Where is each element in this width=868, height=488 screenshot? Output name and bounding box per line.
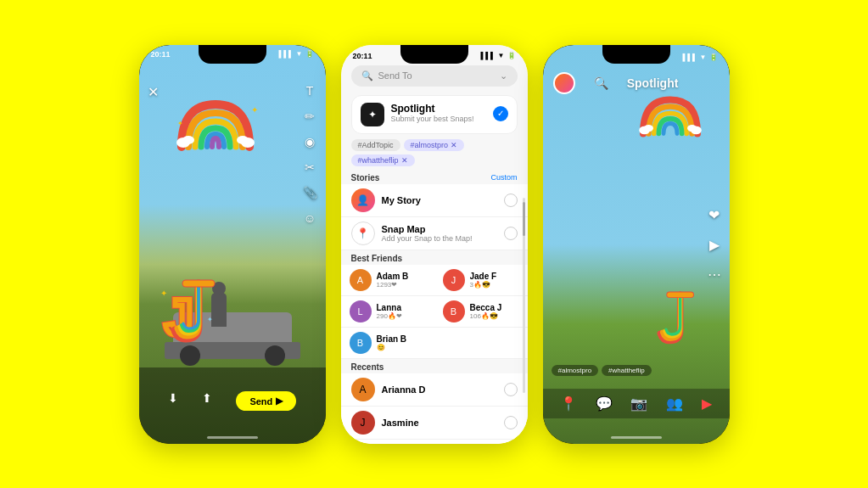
text-tool[interactable]: T xyxy=(306,84,314,98)
tags-row: #AddTopic #almostpro ✕ #whattheflip ✕ xyxy=(341,137,528,170)
recent-daniel[interactable]: D Daniel xyxy=(341,440,528,444)
recents-list: A Arianna D J Jasmine D Daniel xyxy=(341,373,528,444)
becca-avatar: B xyxy=(443,300,465,323)
phones-container: 20:11 ▌▌▌ ▼ 🔋 ✕ T ✏ ◉ ✂ 📎 ☺ xyxy=(139,45,730,444)
stories-section-header: Stories Custom xyxy=(341,170,528,184)
snap-map-icon: 📍 xyxy=(351,222,375,245)
more-icon[interactable]: ⋯ xyxy=(708,266,721,282)
phone-left: 20:11 ▌▌▌ ▼ 🔋 ✕ T ✏ ◉ ✂ 📎 ☺ xyxy=(139,45,326,444)
recent-jasmine[interactable]: J Jasmine xyxy=(341,407,528,440)
unicorn-sticker: J J ✦ ✦ xyxy=(156,275,232,355)
best-friends-header: Best Friends xyxy=(341,250,528,265)
right-side-icons: ❤ ▶ ⋯ xyxy=(708,206,721,282)
chevron-down-icon: ⌄ xyxy=(500,70,507,81)
snap-map-item[interactable]: 📍 Snap Map Add your Snap to the Map! xyxy=(341,217,528,250)
phone-center: 20:11 ▌▌▌ ▼ 🔋 🔍 Send To ⌄ ✦ xyxy=(341,45,528,444)
recent-arianna[interactable]: A Arianna D xyxy=(341,373,528,407)
scrollbar-thumb[interactable] xyxy=(523,202,525,236)
brian-avatar: B xyxy=(350,332,372,354)
search-icon: 🔍 xyxy=(361,70,373,81)
svg-text:✦: ✦ xyxy=(207,316,213,323)
share-icon[interactable]: ⬆ xyxy=(202,391,212,411)
jade-avatar: J xyxy=(443,269,465,291)
snap-map-sub: Add your Snap to the Map! xyxy=(382,234,497,243)
phone-center-inner: 20:11 ▌▌▌ ▼ 🔋 🔍 Send To ⌄ ✦ xyxy=(341,45,528,444)
map-nav-icon[interactable]: 📍 xyxy=(560,395,577,412)
attach-tool[interactable]: 📎 xyxy=(303,186,317,199)
tag-almostpro[interactable]: #almostpro xyxy=(552,365,599,376)
snap-toolbar-top: ✕ T ✏ ◉ ✂ 📎 ☺ xyxy=(139,60,326,225)
notch-right xyxy=(602,45,670,64)
search-placeholder: Send To xyxy=(378,70,412,81)
arianna-check[interactable] xyxy=(504,383,518,396)
right-j-sticker xyxy=(645,288,708,355)
right-avatar[interactable] xyxy=(553,72,575,94)
my-story-avatar: 👤 xyxy=(351,188,375,212)
right-title: Spotlight xyxy=(627,76,679,90)
sticker-tool[interactable]: ◉ xyxy=(305,135,315,149)
friend-jade[interactable]: J Jade F 3🔥😎 xyxy=(434,265,528,296)
tag-whattheflip[interactable]: #whattheflip xyxy=(602,365,652,376)
right-header: 🔍 Spotlight xyxy=(543,65,730,98)
snap-map-name: Snap Map xyxy=(382,224,497,234)
right-bottom-bar: 📍 💬 📷 👥 ▶ xyxy=(543,389,730,418)
right-tags: #almostpro #whattheflip xyxy=(552,365,652,376)
svg-point-15 xyxy=(687,125,697,132)
snap-tools: T ✏ ◉ ✂ 📎 ☺ xyxy=(303,84,317,225)
friend-becca[interactable]: B Becca J 106🔥😎 xyxy=(434,296,528,328)
chat-nav-icon[interactable]: 💬 xyxy=(596,395,613,412)
spotlight-option[interactable]: ✦ Spotlight Submit your best Snaps! ✓ xyxy=(351,95,518,134)
close-button[interactable]: ✕ xyxy=(148,84,159,100)
jasmine-avatar: J xyxy=(351,411,375,435)
timer-tool[interactable]: ☺ xyxy=(304,211,316,225)
spotlight-nav-icon[interactable]: ▶ xyxy=(702,395,712,412)
friends-nav-icon[interactable]: 👥 xyxy=(666,395,683,412)
home-indicator-right xyxy=(611,436,662,439)
snap-map-check[interactable] xyxy=(504,227,518,240)
stories-custom[interactable]: Custom xyxy=(490,173,517,182)
status-time-left: 20:11 xyxy=(151,50,171,59)
notch-center xyxy=(400,45,468,64)
snap-bottom-icons: ⬇ ⬆ Send ▶ xyxy=(139,391,326,411)
recents-header: Recents xyxy=(341,359,528,373)
snap-toolbar-bottom: ⬇ ⬆ Send ▶ xyxy=(139,367,326,444)
almostpro-tag[interactable]: #almostpro ✕ xyxy=(404,139,465,151)
my-story-check[interactable] xyxy=(504,194,518,207)
stories-list: 👤 My Story 📍 Snap Map Add your Snap to t… xyxy=(341,184,528,250)
right-search-icon[interactable]: 🔍 xyxy=(594,76,608,90)
friend-lanna[interactable]: L Lanna 290🔥❤ xyxy=(341,296,434,328)
center-status-icons: ▌▌▌ ▼ 🔋 xyxy=(481,52,516,60)
spotlight-icon: ✦ xyxy=(361,103,384,126)
send-button[interactable]: Send ▶ xyxy=(236,391,296,411)
status-icons-left: ▌▌▌ ▼ 🔋 xyxy=(279,50,314,58)
share-icon[interactable]: ▶ xyxy=(709,236,720,252)
status-time-center: 20:11 xyxy=(353,52,372,60)
best-friends-grid: A Adam B 1293❤ J Jade F 3🔥😎 L xyxy=(341,265,528,328)
svg-text:✦: ✦ xyxy=(160,289,167,298)
friend-brian[interactable]: B Brian B 😊 xyxy=(341,328,528,359)
crop-tool[interactable]: ✂ xyxy=(305,160,315,174)
whattheflip-tag[interactable]: #whattheflip ✕ xyxy=(351,154,415,166)
my-story-item[interactable]: 👤 My Story xyxy=(341,184,528,217)
draw-tool[interactable]: ✏ xyxy=(305,109,315,123)
camera-nav-icon[interactable]: 📷 xyxy=(630,395,647,412)
spotlight-title: Spotlight xyxy=(391,103,486,115)
phone-right-inner: ▌▌▌ ▼ 🔋 🔍 Spotlight xyxy=(543,45,730,444)
svg-point-13 xyxy=(643,125,652,132)
like-icon[interactable]: ❤ xyxy=(708,206,720,222)
add-topic-tag[interactable]: #AddTopic xyxy=(351,139,400,151)
download-icon[interactable]: ⬇ xyxy=(168,391,178,411)
spotlight-check: ✓ xyxy=(493,106,508,121)
my-story-name: My Story xyxy=(382,195,497,205)
spotlight-subtitle: Submit your best Snaps! xyxy=(391,115,486,123)
adam-avatar: A xyxy=(350,269,372,291)
phone-right: ▌▌▌ ▼ 🔋 🔍 Spotlight xyxy=(543,45,730,444)
scrollbar[interactable] xyxy=(523,198,525,393)
jasmine-check[interactable] xyxy=(504,416,518,429)
arianna-avatar: A xyxy=(351,378,375,401)
home-indicator-left xyxy=(207,436,258,439)
lanna-avatar: L xyxy=(350,300,372,323)
friend-adam[interactable]: A Adam B 1293❤ xyxy=(341,265,434,296)
notch-left xyxy=(199,45,266,64)
search-bar[interactable]: 🔍 Send To ⌄ xyxy=(351,65,518,87)
